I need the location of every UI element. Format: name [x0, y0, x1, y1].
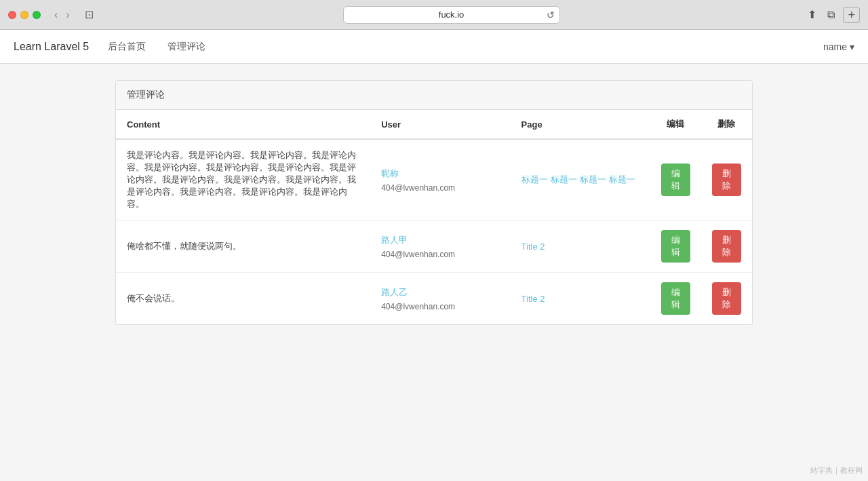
header-content: Content [116, 110, 370, 139]
navbar-username: name [823, 41, 847, 52]
reload-button[interactable]: ↺ [547, 9, 555, 20]
share-button[interactable]: ⬆ [805, 7, 819, 22]
new-tab-button[interactable]: + [843, 7, 860, 23]
page-link[interactable]: 标题一 [609, 174, 635, 186]
cell-user: 昵称404@lvwenhan.com [370, 139, 510, 220]
edit-button[interactable]: 编辑 [661, 163, 690, 196]
cell-user: 路人乙404@lvwenhan.com [370, 273, 510, 325]
header-page: Page [511, 110, 650, 139]
fullscreen-button[interactable]: ⧉ [825, 7, 837, 22]
cell-page: 标题一标题一标题一标题一 [511, 139, 650, 220]
page-link[interactable]: Title 2 [521, 294, 545, 304]
user-email: 404@lvwenhan.com [381, 183, 455, 193]
cell-content: 我是评论内容。我是评论内容。我是评论内容。我是评论内容。我是评论内容。我是评论内… [116, 139, 370, 220]
navbar: Learn Laravel 5 后台首页 管理评论 name ▾ [0, 30, 868, 64]
maximize-traffic-light[interactable] [33, 11, 41, 19]
table-header: Content User Page 编辑 删除 [116, 110, 752, 139]
header-edit: 编辑 [650, 110, 701, 139]
comments-table: Content User Page 编辑 删除 我是评论内容。我是评论内容。我是… [116, 110, 752, 324]
address-bar[interactable]: fuck.io [343, 6, 560, 24]
table-wrap: Content User Page 编辑 删除 我是评论内容。我是评论内容。我是… [116, 110, 752, 324]
delete-button[interactable]: 删除 [712, 230, 741, 263]
navbar-link-comments[interactable]: 管理评论 [165, 41, 208, 53]
cell-delete: 删除 [701, 139, 752, 220]
edit-button[interactable]: 编辑 [661, 230, 690, 263]
user-email: 404@lvwenhan.com [381, 250, 455, 259]
chevron-down-icon: ▾ [850, 41, 854, 52]
cell-delete: 删除 [701, 220, 752, 273]
browser-chrome: ‹ › ⊡ fuck.io ↺ ⬆ ⧉ + [0, 0, 868, 30]
user-name: 路人甲 [381, 234, 499, 246]
header-row: Content User Page 编辑 删除 [116, 110, 752, 139]
cell-page: Title 2 [511, 273, 650, 325]
minimize-traffic-light[interactable] [20, 11, 28, 19]
cell-page: Title 2 [511, 220, 650, 273]
user-email: 404@lvwenhan.com [381, 302, 455, 311]
header-delete: 删除 [701, 110, 752, 139]
url-text: fuck.io [439, 9, 465, 20]
table-row: 我是评论内容。我是评论内容。我是评论内容。我是评论内容。我是评论内容。我是评论内… [116, 139, 752, 220]
delete-button[interactable]: 删除 [712, 282, 741, 315]
page-link[interactable]: 标题一 [551, 174, 577, 186]
edit-button[interactable]: 编辑 [661, 282, 690, 315]
navbar-link-home[interactable]: 后台首页 [105, 41, 149, 53]
cell-edit: 编辑 [650, 273, 701, 325]
close-traffic-light[interactable] [8, 11, 16, 19]
delete-button[interactable]: 删除 [712, 163, 741, 196]
user-name: 路人乙 [381, 286, 499, 299]
comments-panel: 管理评论 Content User Page 编辑 删除 我是评论内容。我是评论… [115, 80, 753, 325]
back-button[interactable]: ‹ [52, 7, 60, 22]
cell-edit: 编辑 [650, 139, 701, 220]
page-link[interactable]: Title 2 [521, 242, 545, 252]
page-link[interactable]: 标题一 [580, 174, 606, 186]
cell-content: 俺不会说话。 [116, 273, 370, 325]
table-row: 俺啥都不懂，就随便说两句。路人甲404@lvwenhan.comTitle 2编… [116, 220, 752, 273]
forward-button[interactable]: › [63, 7, 72, 22]
address-bar-wrap: fuck.io ↺ [103, 6, 800, 24]
table-row: 俺不会说话。路人乙404@lvwenhan.comTitle 2编辑删除 [116, 273, 752, 325]
panel-heading: 管理评论 [116, 81, 752, 110]
user-name: 昵称 [381, 168, 499, 180]
header-user: User [370, 110, 510, 139]
navbar-user-menu[interactable]: name ▾ [823, 41, 854, 52]
main-content: 管理评论 Content User Page 编辑 删除 我是评论内容。我是评论… [0, 64, 868, 481]
cell-user: 路人甲404@lvwenhan.com [370, 220, 510, 273]
cell-content: 俺啥都不懂，就随便说两句。 [116, 220, 370, 273]
cell-delete: 删除 [701, 273, 752, 325]
cell-edit: 编辑 [650, 220, 701, 273]
page-link[interactable]: 标题一 [521, 174, 548, 186]
traffic-lights [8, 11, 41, 19]
navbar-brand[interactable]: Learn Laravel 5 [14, 41, 89, 53]
table-body: 我是评论内容。我是评论内容。我是评论内容。我是评论内容。我是评论内容。我是评论内… [116, 139, 752, 324]
sidebar-toggle-button[interactable]: ⊡ [81, 7, 98, 22]
browser-actions: ⬆ ⧉ + [805, 7, 860, 23]
nav-arrows: ‹ › [52, 7, 73, 22]
watermark: 站字典｜教程网 [810, 465, 863, 476]
